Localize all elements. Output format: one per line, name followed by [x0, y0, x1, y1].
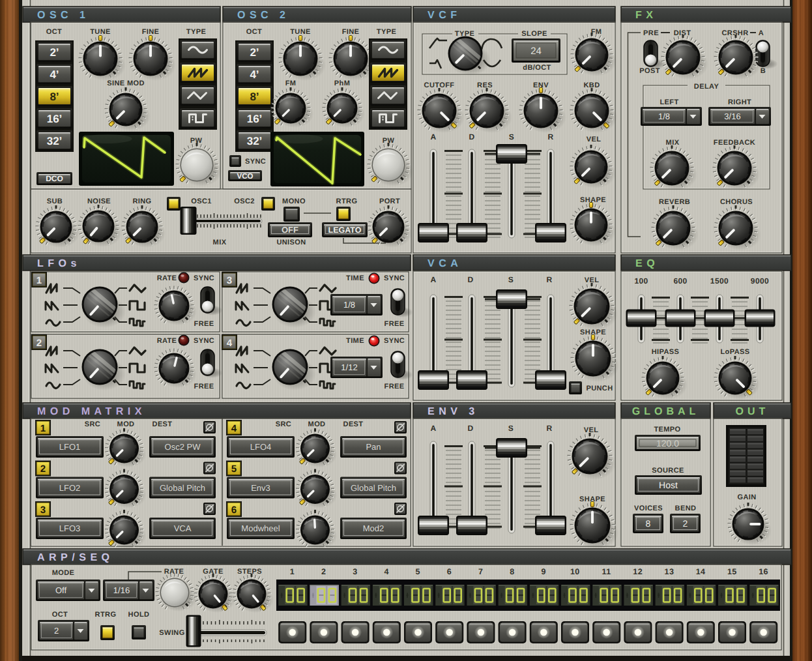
- svg-text:1/8: 1/8: [343, 300, 355, 310]
- svg-text:PUNCH: PUNCH: [586, 385, 613, 392]
- svg-text:B: B: [761, 67, 766, 75]
- svg-text:FM: FM: [285, 80, 297, 87]
- svg-text:SWING: SWING: [159, 629, 184, 637]
- svg-text:OUT: OUT: [736, 406, 770, 417]
- svg-text:3: 3: [40, 505, 46, 516]
- svg-text:OFF: OFF: [282, 225, 298, 235]
- svg-text:5: 5: [231, 463, 237, 475]
- svg-text:R: R: [547, 132, 553, 141]
- svg-text:LEFT: LEFT: [660, 98, 678, 106]
- svg-text:SINE MOD: SINE MOD: [107, 80, 145, 87]
- svg-text:Off: Off: [55, 585, 66, 595]
- svg-text:EQ: EQ: [635, 258, 659, 269]
- svg-text:OSC1: OSC1: [191, 198, 212, 205]
- svg-text:6: 6: [231, 505, 237, 516]
- svg-text:2: 2: [36, 338, 42, 349]
- svg-text:DCO: DCO: [46, 174, 63, 183]
- svg-text:9: 9: [541, 567, 545, 576]
- svg-text:LFO4: LFO4: [250, 442, 272, 452]
- svg-text:R: R: [546, 424, 552, 433]
- svg-text:Modwheel: Modwheel: [241, 523, 280, 533]
- svg-text:DEST: DEST: [152, 420, 173, 428]
- svg-text:OCT: OCT: [246, 28, 262, 36]
- svg-text:13: 13: [665, 567, 674, 576]
- svg-text:dB/OCT: dB/OCT: [523, 64, 551, 72]
- svg-text:12: 12: [633, 567, 643, 576]
- svg-text:Global Pitch: Global Pitch: [160, 483, 205, 493]
- svg-text:SYNC: SYNC: [194, 337, 214, 345]
- svg-text:SYNC: SYNC: [194, 274, 214, 282]
- svg-text:VCA: VCA: [174, 523, 192, 533]
- svg-text:DEST: DEST: [343, 420, 364, 428]
- svg-text:A: A: [430, 132, 436, 141]
- svg-text:S: S: [508, 424, 514, 433]
- svg-text:Pan: Pan: [366, 442, 381, 452]
- svg-text:HIPASS: HIPASS: [652, 348, 680, 356]
- svg-text:TYPE: TYPE: [377, 28, 396, 36]
- svg-text:SOURCE: SOURCE: [652, 467, 684, 475]
- svg-text:ENV 3: ENV 3: [428, 406, 479, 417]
- svg-text:14: 14: [696, 567, 706, 576]
- svg-text:FREE: FREE: [384, 320, 405, 328]
- svg-text:8: 8: [510, 567, 514, 576]
- svg-text:MODE: MODE: [52, 569, 75, 577]
- svg-text:RES: RES: [477, 81, 493, 89]
- svg-text:5: 5: [416, 567, 420, 576]
- svg-text:RATE: RATE: [157, 337, 177, 345]
- svg-text:UNISON: UNISON: [276, 239, 306, 246]
- svg-text:PRE: PRE: [643, 29, 659, 37]
- svg-text:VOICES: VOICES: [634, 505, 663, 512]
- svg-text:3: 3: [353, 567, 357, 576]
- svg-text:MOD: MOD: [308, 420, 326, 428]
- svg-text:1: 1: [36, 275, 42, 286]
- svg-text:LFOs: LFOs: [37, 258, 81, 269]
- svg-text:MIX: MIX: [213, 239, 227, 246]
- svg-text:4ʼ: 4ʼ: [50, 68, 59, 81]
- svg-text:TEMPO: TEMPO: [654, 426, 680, 433]
- svg-text:LEGATO: LEGATO: [328, 226, 362, 235]
- svg-text:4: 4: [384, 567, 388, 576]
- svg-text:8: 8: [646, 518, 651, 529]
- svg-text:MOD: MOD: [117, 420, 135, 428]
- svg-text:PORT: PORT: [379, 198, 400, 205]
- svg-text:RTRG: RTRG: [95, 611, 117, 619]
- svg-text:8ʼ: 8ʼ: [50, 91, 59, 103]
- svg-text:RING: RING: [132, 198, 151, 205]
- svg-text:HOLD: HOLD: [128, 611, 150, 619]
- svg-text:3: 3: [227, 275, 232, 286]
- svg-text:A: A: [430, 424, 436, 433]
- svg-text:REVERB: REVERB: [659, 198, 690, 206]
- svg-text:1500: 1500: [710, 276, 729, 286]
- svg-text:S: S: [509, 132, 514, 141]
- svg-text:2: 2: [40, 463, 46, 475]
- svg-text:VCO: VCO: [237, 173, 254, 181]
- svg-text:9000: 9000: [751, 276, 769, 286]
- svg-text:11: 11: [602, 567, 611, 576]
- svg-text:D: D: [467, 424, 473, 433]
- svg-text:GLOBAL: GLOBAL: [632, 406, 700, 417]
- svg-text:8ʼ: 8ʼ: [250, 91, 259, 103]
- svg-text:OCT: OCT: [52, 611, 68, 619]
- svg-text:MONO: MONO: [282, 198, 306, 205]
- svg-text:FINE: FINE: [142, 28, 160, 36]
- svg-text:D: D: [469, 132, 474, 141]
- svg-text:1/8: 1/8: [658, 111, 670, 121]
- svg-text:600: 600: [673, 276, 687, 286]
- svg-text:SRC: SRC: [276, 420, 291, 428]
- svg-text:ARP/SEQ: ARP/SEQ: [37, 552, 114, 563]
- svg-text:SYNC: SYNC: [384, 337, 405, 345]
- svg-text:R: R: [546, 275, 552, 284]
- svg-text:100: 100: [634, 276, 648, 286]
- svg-text:10: 10: [570, 567, 580, 576]
- svg-text:2: 2: [54, 626, 59, 636]
- svg-text:LFO3: LFO3: [59, 523, 81, 533]
- svg-text:NOISE: NOISE: [87, 198, 111, 205]
- svg-text:SRC: SRC: [85, 420, 100, 428]
- svg-text:D: D: [467, 275, 473, 284]
- svg-text:2: 2: [321, 567, 326, 576]
- svg-text:16ʼ: 16ʼ: [247, 113, 263, 125]
- svg-text:S: S: [508, 275, 514, 284]
- svg-text:2ʼ: 2ʼ: [250, 46, 259, 59]
- svg-text:Env3: Env3: [251, 483, 270, 493]
- svg-text:TIME: TIME: [346, 337, 364, 345]
